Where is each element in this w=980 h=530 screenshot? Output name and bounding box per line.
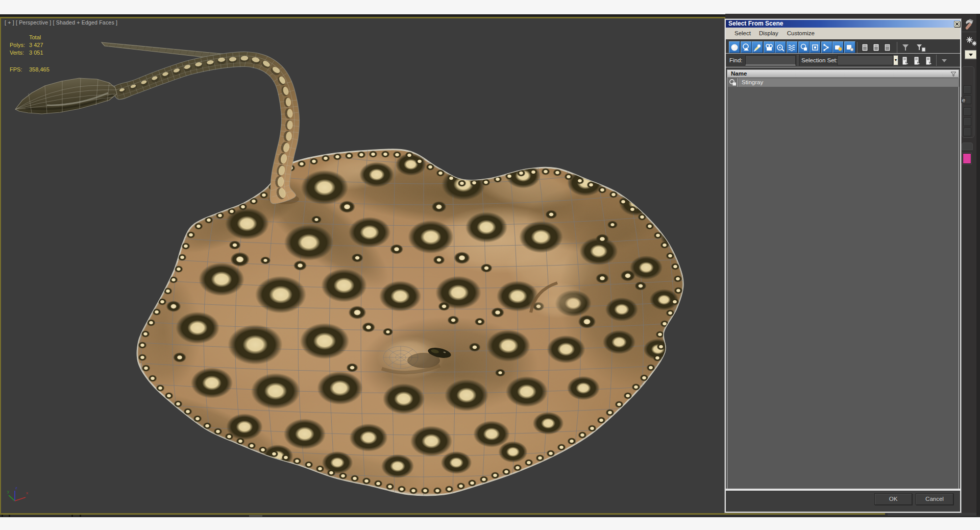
svg-text:x: x xyxy=(26,491,28,495)
svg-text:y: y xyxy=(7,489,9,494)
svg-text:z: z xyxy=(15,486,17,490)
